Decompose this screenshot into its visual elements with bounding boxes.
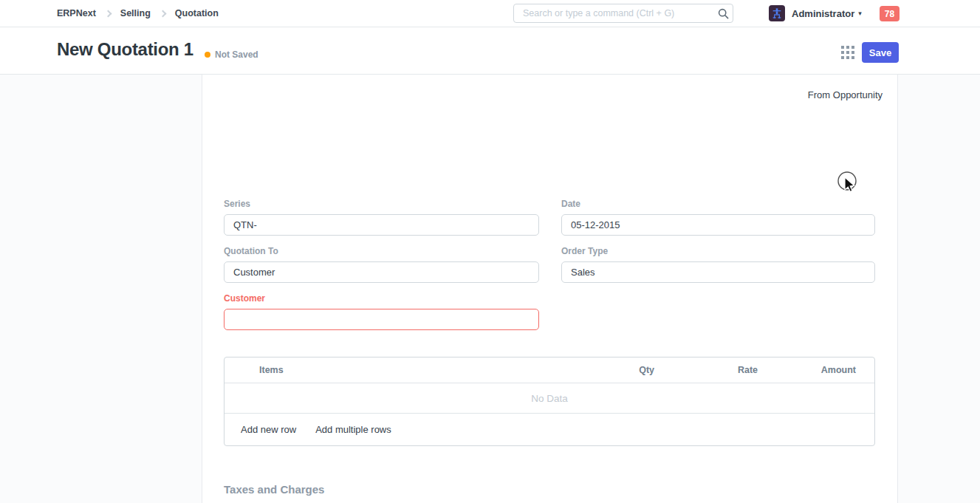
top-navbar: ERPNext Selling Quotation [0, 0, 980, 27]
date-label: Date [561, 199, 875, 209]
search-input[interactable] [514, 8, 713, 18]
status-indicator: Not Saved [205, 49, 258, 60]
caret-down-icon: ▾ [858, 10, 862, 17]
taxes-and-charges-heading: Taxes and Charges [224, 483, 324, 496]
breadcrumb-quotation[interactable]: Quotation [175, 8, 219, 18]
field-series: Series [224, 199, 539, 236]
breadcrumb: ERPNext Selling Quotation [57, 0, 219, 27]
notifications-badge[interactable]: 78 [880, 6, 900, 21]
not-saved-dot-icon [205, 52, 210, 58]
field-quotation-to: Quotation To [224, 246, 539, 283]
customer-label: Customer [224, 293, 539, 304]
items-table: Items Qty Rate Amount No Data Add new ro… [224, 357, 875, 446]
from-opportunity-button[interactable]: From Opportunity [808, 89, 883, 100]
items-column-header: Items [225, 365, 551, 375]
order-type-label: Order Type [561, 246, 875, 256]
date-input[interactable] [561, 214, 875, 236]
page-body: From Opportunity Series Date Quotation T… [0, 75, 980, 503]
status-text: Not Saved [215, 49, 258, 60]
page-title: New Quotation 1 [57, 39, 193, 60]
breadcrumb-home[interactable]: ERPNext [57, 8, 96, 18]
page-head: New Quotation 1 Not Saved Save [0, 27, 980, 75]
breadcrumb-selling[interactable]: Selling [120, 8, 151, 18]
user-menu[interactable]: Administrator ▾ [769, 0, 862, 27]
search-icon[interactable] [713, 8, 733, 19]
quotation-to-label: Quotation To [224, 246, 539, 256]
chevron-right-icon [159, 10, 166, 17]
series-label: Series [224, 199, 539, 209]
global-search [513, 4, 733, 23]
items-table-header: Items Qty Rate Amount [225, 357, 874, 383]
save-button[interactable]: Save [862, 42, 899, 63]
field-customer: Customer [224, 293, 539, 330]
field-order-type: Order Type [561, 246, 875, 283]
items-table-footer: Add new row Add multiple rows [225, 414, 874, 445]
customer-input[interactable] [224, 309, 539, 330]
add-new-row-button[interactable]: Add new row [241, 424, 296, 435]
quotation-to-input[interactable] [224, 261, 539, 283]
field-date: Date [561, 199, 875, 236]
amount-column-header: Amount [758, 365, 856, 375]
user-name-label: Administrator [792, 8, 854, 19]
user-avatar [769, 5, 785, 21]
no-data-row: No Data [225, 383, 874, 414]
qty-column-header: Qty [551, 365, 654, 375]
add-multiple-rows-button[interactable]: Add multiple rows [315, 424, 391, 435]
chevron-right-icon [104, 10, 112, 17]
order-type-input[interactable] [561, 261, 875, 283]
rate-column-header: Rate [654, 365, 758, 375]
menu-grid-icon[interactable] [841, 46, 856, 61]
series-input[interactable] [224, 214, 539, 236]
